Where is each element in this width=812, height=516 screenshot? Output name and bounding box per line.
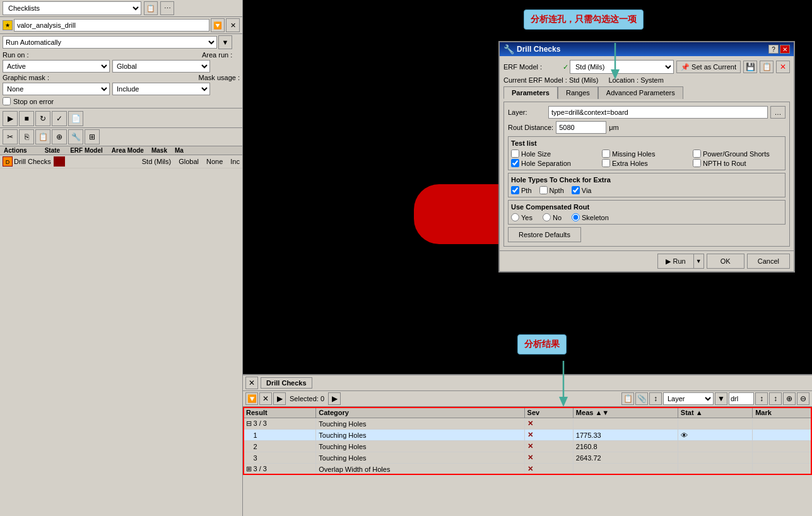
result-group-1: ⊟ 3 / 3 [244,418,316,430]
dialog-close-btn[interactable]: ✕ [780,45,790,54]
results-icon-b[interactable]: 📎 [635,392,648,405]
hole-separation-checkbox[interactable] [511,159,519,167]
report-btn[interactable]: 📄 [68,111,83,126]
run-btn[interactable]: ▶ Run [657,254,694,269]
sev-icon-3: ✕ [527,442,533,450]
hole-types-row: Pth Npth Via [511,186,782,194]
results-icon-d[interactable]: ▼ [715,392,727,405]
results-run-btn[interactable]: ▶ [328,392,341,405]
restore-defaults-btn[interactable]: Restore Defaults [508,227,581,242]
area-run-select[interactable]: Global [112,60,210,73]
filter2-btn[interactable]: ⊞ [85,129,100,144]
drill-title-icon: 🔧 [503,44,514,54]
tools-btn[interactable]: 🔧 [68,129,83,144]
yes-label: Yes [521,214,533,221]
npth-checkbox[interactable] [539,186,548,194]
stop-btn[interactable]: ■ [19,111,34,126]
skeleton-radio[interactable] [572,213,580,221]
layer-input[interactable] [548,106,768,119]
refresh-btn[interactable]: ↻ [35,111,50,126]
table-row[interactable]: 1 Touching Holes ✕ 1775.33 👁 [244,430,812,441]
extra-holes-checkbox[interactable] [602,159,610,167]
sev-icon-2: ✕ [527,431,533,438]
npth-rout-checkbox[interactable] [693,159,701,167]
cut-btn[interactable]: ✂ [3,129,18,144]
run-auto-select[interactable]: Run Automatically [3,36,217,49]
checklist-select[interactable]: Checklists [3,1,141,15]
results-play-btn[interactable]: ▶ [273,392,286,405]
run-btn-group: ▶ Run ▼ [657,254,704,269]
results-filter-icon[interactable]: 🔽 [245,392,258,405]
validate-btn[interactable]: ✓ [52,111,67,126]
hole-size-checkbox[interactable] [511,150,519,158]
graphic-mask-select[interactable]: None [3,83,110,95]
close-checklist-btn[interactable]: ✕ [226,18,240,32]
results-icon-a[interactable]: 📋 [621,392,634,405]
results-inner-toolbar: 🔽 ✕ ▶ Selected: 0 ▶ 📋 📎 ↕ Layer ▼ ↕ ↕ ⊕ … [243,391,812,407]
via-checkbox[interactable] [572,186,580,194]
rout-distance-input[interactable] [556,121,606,134]
cancel-btn[interactable]: Cancel [747,254,790,269]
no-radio[interactable] [543,213,551,221]
results-layer-select[interactable]: Layer [663,392,714,405]
layer-browse-btn[interactable]: … [770,106,786,119]
yes-radio[interactable] [511,213,519,221]
result-3: 3 [244,452,316,464]
category-group-1: Touching Holes [316,418,524,430]
run-on-select[interactable]: Active [3,60,110,73]
sev-group-1: ✕ [524,418,573,430]
drill-checks-row[interactable]: D Drill Checks Std (Mils) Global None In… [0,155,242,168]
pth-checkbox[interactable] [511,186,519,194]
table-row[interactable]: ⊟ 3 / 3 Touching Holes ✕ [244,418,812,430]
copy-btn[interactable]: ⎘ [19,129,34,144]
sev-3: ✕ [524,452,573,464]
results-icon-e[interactable]: ↕ [755,392,768,405]
play-btn[interactable]: ▶ [3,111,18,126]
power-ground-checkbox[interactable] [693,150,701,158]
run-on-label: Run on : [3,51,40,59]
results-tab[interactable]: Drill Checks [261,377,312,389]
save-btn[interactable]: 💾 [743,61,757,73]
run-dropdown-btn[interactable]: ▼ [694,254,704,269]
results-close-btn[interactable]: ✕ [259,392,272,405]
close-results-btn[interactable]: ✕ [245,377,258,389]
mask-usage-select[interactable]: Include [112,83,210,95]
checklist-name-field[interactable] [14,19,209,32]
ok-btn[interactable]: OK [707,254,744,269]
stop-on-error-checkbox[interactable] [3,97,11,105]
results-icon-f[interactable]: ↕ [769,392,782,405]
results-icon-c[interactable]: ↕ [649,392,662,405]
paste-btn[interactable]: 📋 [35,129,50,144]
missing-holes-checkbox[interactable] [602,150,610,158]
dialog-help-btn[interactable]: ? [768,45,779,54]
test-list-grid: Hole Size Missing Holes Power/Ground Sho… [511,150,782,167]
run-play-icon: ▶ [666,257,671,266]
run-auto-dropdown[interactable]: ▼ [218,35,232,49]
table-row[interactable]: 2 Touching Holes ✕ 2160.8 [244,441,812,452]
rout-radio-box: Use Compensated Rout Yes No Skeleton [508,200,786,225]
drill-state-icon [54,156,65,167]
power-ground-label: Power/Ground Shorts [703,150,770,158]
table-row[interactable]: 3 Touching Holes ✕ 2643.72 [244,452,812,464]
tab-parameters[interactable]: Parameters [503,86,558,99]
filter-btn[interactable]: 🔽 [211,18,225,32]
sev-1: ✕ [524,430,573,441]
sev-group-2: ✕ [524,464,573,475]
results-icon-g[interactable]: ⊕ [783,392,796,405]
checklist-bar: ★ 🔽 ✕ [0,17,242,34]
via-item: Via [572,186,592,194]
new-checklist-btn[interactable]: 📋 [144,1,158,15]
tab-ranges[interactable]: Ranges [558,86,598,99]
table-row[interactable]: ⊞ 3 / 3 Overlap Width of Holes ✕ [244,464,812,475]
results-icon-h[interactable]: ⊖ [797,392,809,405]
set-current-btn[interactable]: 📌 Set as Current [676,61,741,73]
mask-selects: None Include [0,82,242,96]
options-btn[interactable]: ⋯ [160,1,174,15]
yes-option: Yes [511,213,533,221]
close-erf-btn[interactable]: ✕ [776,61,790,73]
meas-1: 1775.33 [573,430,678,441]
add-btn[interactable]: ⊕ [52,129,67,144]
tab-advanced[interactable]: Advanced Parameters [598,86,683,99]
save-as-btn[interactable]: 📋 [760,61,774,73]
results-filter-input[interactable] [729,392,754,405]
